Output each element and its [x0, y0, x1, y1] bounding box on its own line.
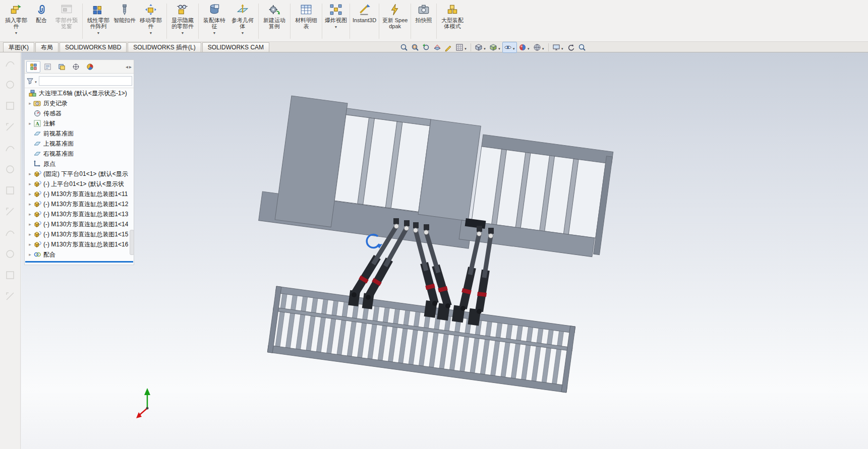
linear-component-pattern-button[interactable]: 线性零部件阵列	[84, 1, 112, 41]
panel-tab-dimxpertmanager[interactable]	[69, 61, 83, 73]
annotations-icon: A	[33, 119, 41, 127]
move-component-button[interactable]: 移动零部件	[137, 1, 165, 41]
view-orientation-button[interactable]	[473, 42, 488, 53]
tab-label: SOLIDWORKS MBD	[65, 44, 121, 51]
expand-arrow-icon[interactable]	[27, 202, 33, 207]
display-style-button[interactable]	[488, 42, 502, 53]
tree-item-cylinder-14[interactable]: (-) M130方形直连缸总装图1<14	[25, 219, 134, 229]
update-speedpak-button[interactable]: 更新 Speedpak	[381, 1, 409, 41]
chevron-down-icon[interactable]	[512, 43, 515, 52]
tree-item-right-plane[interactable]: 右视基准面	[25, 149, 134, 159]
chevron-down-icon[interactable]	[542, 43, 545, 52]
chevron-down-icon[interactable]	[483, 43, 486, 52]
tab-sketch[interactable]: 草图(K)	[3, 42, 34, 52]
panel-tab-propertymanager[interactable]	[40, 61, 54, 73]
section-view-button[interactable]	[432, 42, 443, 52]
filter-funnel-icon[interactable]	[26, 77, 34, 85]
apply-scene-button[interactable]	[532, 42, 546, 53]
new-motion-study-button[interactable]: 新建运动算例	[260, 1, 288, 41]
expand-arrow-icon[interactable]	[27, 191, 33, 197]
exploded-view-button[interactable]: 爆炸视图	[324, 1, 348, 41]
tab-solidworks-mbd[interactable]: SOLIDWORKS MBD	[60, 42, 127, 52]
chevron-down-icon[interactable]	[498, 43, 501, 52]
disabled-tool-icon	[4, 163, 16, 175]
chevron-down-icon[interactable]	[149, 30, 153, 34]
mate-button[interactable]: 配合	[30, 1, 52, 41]
instant3d-button[interactable]: Instant3D	[352, 1, 377, 41]
chevron-down-icon[interactable]	[181, 30, 185, 34]
component-preview-icon	[60, 3, 73, 16]
component-icon	[33, 220, 41, 228]
zoom-to-area-button[interactable]	[410, 42, 421, 52]
expand-arrow-icon[interactable]	[27, 222, 33, 227]
tree-item-upper-platform[interactable]: (-) 上平台01<1> (默认<显示状	[25, 179, 134, 189]
smart-fasteners-button[interactable]: 智能扣件	[112, 1, 137, 41]
expand-arrow-icon[interactable]	[27, 252, 33, 257]
expand-arrow-icon[interactable]	[27, 181, 33, 186]
previous-view-button[interactable]	[421, 42, 432, 52]
toolbar-button-label: Instant3D	[353, 17, 376, 23]
tree-item-cylinder-13[interactable]: (-) M130方形直连缸总装图1<13	[25, 209, 134, 219]
tree-item-front-plane[interactable]: 前视基准面	[25, 129, 134, 139]
panel-tab-scroll-left-icon[interactable]: ◂	[126, 64, 128, 70]
chevron-down-icon[interactable]	[15, 30, 18, 34]
chevron-down-icon[interactable]	[213, 30, 216, 34]
mate-icon	[35, 3, 48, 16]
large-assembly-mode-button[interactable]: 大型装配体模式	[438, 1, 467, 41]
tab-solidworks-cam[interactable]: SOLIDWORKS CAM	[202, 42, 269, 52]
tree-item-cylinder-16[interactable]: (-) M130方形直连缸总装图1<16	[25, 239, 134, 249]
reference-geometry-button[interactable]: 参考几何体	[228, 1, 257, 41]
tree-item-annotations[interactable]: A 注解	[25, 118, 134, 129]
rotate-view-button[interactable]	[565, 42, 576, 52]
tree-item-history[interactable]: 历史记录	[25, 98, 134, 108]
take-snapshot-button[interactable]: 拍快照	[413, 1, 435, 41]
expand-arrow-icon[interactable]	[27, 101, 33, 106]
graphics-area[interactable]	[21, 52, 868, 449]
bill-of-materials-button[interactable]: 材料明细表	[292, 1, 320, 41]
view-settings-button[interactable]	[551, 42, 565, 53]
tab-solidworks-addins[interactable]: SOLIDWORKS 插件(L)	[128, 42, 201, 52]
tab-layout[interactable]: 布局	[35, 42, 59, 52]
tree-item-top-plane[interactable]: 上视基准面	[25, 139, 134, 149]
panel-tab-displaymanager[interactable]	[83, 61, 97, 73]
expand-arrow-icon[interactable]	[27, 171, 33, 176]
dynamic-annotation-views-button[interactable]	[443, 42, 454, 52]
expand-arrow-icon[interactable]	[27, 121, 33, 126]
tree-root-assembly[interactable]: 大连理工6轴 (默认<显示状态-1>)	[25, 88, 134, 98]
chevron-down-icon[interactable]	[334, 24, 338, 28]
chevron-down-icon[interactable]	[241, 30, 245, 34]
tree-filter-input[interactable]	[39, 76, 132, 86]
expand-arrow-icon[interactable]	[27, 232, 33, 237]
show-hidden-components-button[interactable]: 显示隐藏的零部件	[168, 1, 197, 41]
chevron-down-icon[interactable]	[527, 43, 530, 52]
panel-tab-scroll-right-icon[interactable]: ▸	[129, 64, 132, 70]
tree-item-cylinder-12[interactable]: (-) M130方形直连缸总装图1<12	[25, 199, 134, 209]
zoom-to-fit-button[interactable]	[398, 42, 410, 52]
tree-scrollbar[interactable]	[130, 230, 134, 255]
tree-item-label: (-) M130方形直连缸总装图1<12	[43, 200, 128, 209]
magnified-selection-button[interactable]	[576, 42, 588, 52]
panel-tab-configurationmanager[interactable]	[54, 61, 69, 73]
disabled-tool-icon	[4, 121, 16, 133]
tree-item-mates[interactable]: 配合	[25, 249, 134, 260]
insert-components-button[interactable]: 插入零部件	[2, 1, 30, 41]
panel-tab-featuremanager[interactable]	[26, 61, 40, 73]
tree-item-origin[interactable]: 原点	[25, 159, 134, 169]
chevron-down-icon[interactable]	[97, 30, 100, 34]
tree-item-cylinder-11[interactable]: (-) M130方形直连缸总装图1<11	[25, 189, 134, 199]
3d-drawing-view-button[interactable]	[454, 42, 469, 53]
tree-item-lower-platform[interactable]: (固定) 下平台01<1> (默认<显示	[25, 169, 134, 179]
expand-arrow-icon[interactable]	[27, 242, 33, 247]
expand-arrow-icon[interactable]	[27, 212, 33, 217]
toolbar-separator	[436, 4, 437, 39]
chevron-down-icon[interactable]	[34, 76, 37, 85]
edit-appearance-button[interactable]	[517, 42, 532, 53]
tree-item-sensors[interactable]: 传感器	[25, 108, 134, 118]
assembly-features-button[interactable]: 装配体特征	[200, 1, 228, 41]
hide-show-items-button[interactable]	[502, 42, 517, 53]
chevron-down-icon[interactable]	[464, 43, 467, 52]
rollback-bar[interactable]	[25, 261, 133, 263]
tree-item-cylinder-15[interactable]: (-) M130方形直连缸总装图1<15	[25, 229, 134, 239]
toolbar-button-label: 显示隐藏的零部件	[169, 17, 196, 29]
chevron-down-icon[interactable]	[561, 43, 564, 52]
